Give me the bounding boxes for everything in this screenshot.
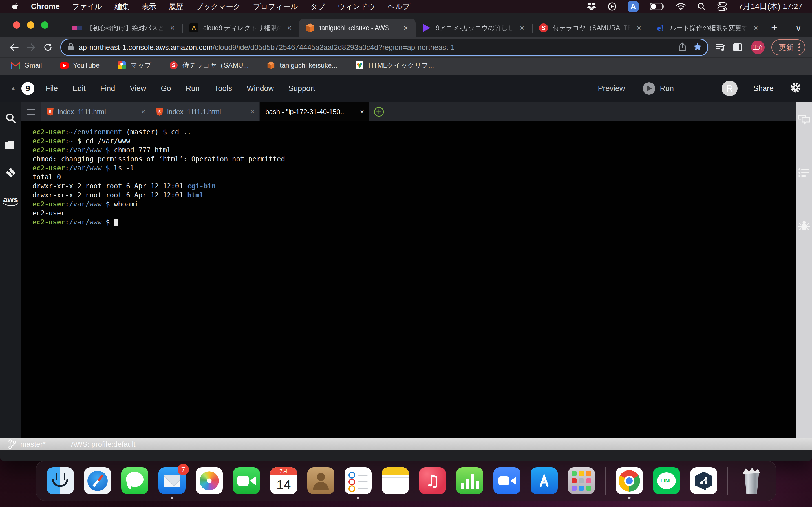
new-pane-plus-icon[interactable] bbox=[369, 102, 389, 121]
menubar-item-file[interactable]: ファイル bbox=[72, 2, 102, 11]
collapse-menubar-icon[interactable]: ▲ bbox=[10, 85, 16, 92]
editor-tab-index1111-1[interactable]: 5 index_1111.1.html × bbox=[150, 102, 260, 121]
bookmark-gmail[interactable]: Gmail bbox=[11, 61, 42, 69]
tab-close-icon[interactable]: × bbox=[360, 108, 364, 116]
chrome-dock-icon[interactable] bbox=[616, 467, 643, 494]
spotlight-search-icon[interactable] bbox=[697, 2, 706, 11]
contacts-dock-icon[interactable] bbox=[307, 467, 335, 494]
wifi-icon[interactable] bbox=[676, 3, 686, 10]
battery-icon[interactable] bbox=[650, 3, 665, 10]
safari-dock-icon[interactable] bbox=[84, 467, 111, 494]
share-hexagon-app-dock-icon[interactable] bbox=[690, 467, 717, 494]
tab-list-menu-icon[interactable] bbox=[21, 102, 41, 121]
messages-dock-icon[interactable] bbox=[121, 467, 148, 494]
play-circle-status-icon[interactable] bbox=[608, 2, 617, 11]
menubar-clock[interactable]: 7月14日(木) 17:27 bbox=[739, 1, 802, 12]
c9-menu-edit[interactable]: Edit bbox=[72, 84, 86, 93]
dropbox-icon[interactable] bbox=[587, 2, 596, 11]
control-center-icon[interactable] bbox=[717, 2, 727, 11]
tab-close-icon[interactable]: × bbox=[285, 23, 294, 33]
tab-search-chevron-icon[interactable]: ∨ bbox=[791, 18, 806, 37]
menubar-item-window[interactable]: ウィンドウ bbox=[338, 2, 375, 11]
chrome-profile-avatar[interactable]: 圭介 bbox=[751, 41, 765, 54]
bookmark-star-icon[interactable] bbox=[693, 43, 702, 52]
share-button[interactable]: Share bbox=[753, 84, 774, 93]
finder-dock-icon[interactable] bbox=[47, 467, 74, 494]
editor-tab-index1111[interactable]: 5 index_1111.html × bbox=[41, 102, 150, 121]
share-icon[interactable] bbox=[679, 42, 686, 52]
back-button[interactable] bbox=[7, 40, 21, 55]
music-dock-icon[interactable]: ♫ bbox=[419, 467, 446, 494]
menubar-item-profiles[interactable]: プロフィール bbox=[253, 2, 298, 11]
address-bar[interactable]: ap-northeast-1.console.aws.amazon.com/cl… bbox=[60, 39, 708, 56]
bookmark-samurai[interactable]: S 侍テラコヤ（SAMU... bbox=[169, 61, 249, 70]
search-panel-icon[interactable] bbox=[5, 112, 16, 124]
photos-dock-icon[interactable] bbox=[196, 467, 223, 494]
chrome-update-button[interactable]: 更新 bbox=[771, 40, 805, 55]
menubar-item-tabs[interactable]: タブ bbox=[310, 2, 325, 11]
git-panel-icon[interactable] bbox=[4, 166, 17, 179]
cloud9-logo[interactable]: 9 bbox=[21, 82, 35, 95]
menubar-item-edit[interactable]: 編集 bbox=[114, 2, 129, 11]
menubar-item-bookmarks[interactable]: ブックマーク bbox=[196, 2, 241, 11]
settings-gear-icon[interactable] bbox=[790, 81, 802, 96]
apple-menu-icon[interactable] bbox=[11, 2, 18, 11]
file-tree-icon[interactable] bbox=[5, 140, 17, 150]
forward-button[interactable] bbox=[24, 40, 38, 55]
bookmark-cloud9[interactable]: taniguchi keisuke... bbox=[267, 61, 337, 69]
c9-menu-go[interactable]: Go bbox=[161, 84, 171, 93]
browser-tab-2[interactable]: Λ cloud9 ディレクトリ権限の × bbox=[183, 18, 299, 37]
line-dock-icon[interactable]: LINE bbox=[653, 467, 680, 494]
numbers-dock-icon[interactable] bbox=[456, 467, 483, 494]
tab-close-icon[interactable]: × bbox=[634, 23, 644, 33]
terminal-output[interactable]: ec2-user:~/environment (master) $ cd ..e… bbox=[21, 121, 796, 438]
browser-tab-4[interactable]: 9アニメ-カッコウの許しし × bbox=[416, 18, 532, 37]
bookmark-htmlref[interactable]: HTMLクイックリフ... bbox=[355, 61, 434, 70]
appstore-dock-icon[interactable] bbox=[530, 467, 558, 494]
active-app-name[interactable]: Chrome bbox=[31, 2, 60, 11]
chat-collaborate-icon[interactable] bbox=[798, 115, 810, 126]
reminders-dock-icon[interactable] bbox=[345, 467, 371, 494]
debugger-bug-icon[interactable] bbox=[799, 220, 810, 231]
tab-close-icon[interactable]: × bbox=[751, 23, 761, 33]
fullscreen-window-button[interactable] bbox=[41, 21, 49, 29]
side-panel-icon[interactable] bbox=[730, 40, 745, 55]
browser-tab-3-active[interactable]: taniguchi keisuke - AWS × bbox=[299, 18, 416, 37]
media-playlist-icon[interactable] bbox=[713, 40, 728, 55]
c9-menu-run[interactable]: Run bbox=[186, 84, 200, 93]
tab-close-icon[interactable]: × bbox=[517, 23, 527, 33]
url-text[interactable]: ap-northeast-1.console.aws.amazon.com/cl… bbox=[79, 43, 676, 52]
notes-dock-icon[interactable] bbox=[382, 467, 409, 494]
menubar-item-history[interactable]: 履歴 bbox=[168, 2, 183, 11]
menubar-item-view[interactable]: 表示 bbox=[142, 2, 156, 11]
tab-close-icon[interactable]: × bbox=[141, 108, 145, 116]
bookmark-maps[interactable]: マップ bbox=[117, 61, 151, 70]
browser-tab-5[interactable]: S 侍テラコヤ（SAMURAI TE × bbox=[532, 18, 649, 37]
c9-menu-file[interactable]: File bbox=[46, 84, 58, 93]
c9-menu-window[interactable]: Window bbox=[247, 84, 274, 93]
browser-tab-1[interactable]: 【初心者向け】絶対パスと相 × bbox=[66, 18, 183, 37]
chrome-menu-kebab-icon[interactable] bbox=[799, 43, 800, 51]
zoom-dock-icon[interactable] bbox=[493, 467, 520, 494]
launchpad-dock-icon[interactable] bbox=[568, 467, 595, 494]
run-button[interactable]: Run bbox=[643, 82, 674, 95]
mail-dock-icon[interactable]: 7 bbox=[158, 467, 186, 494]
minimize-window-button[interactable] bbox=[27, 21, 35, 29]
c9-menu-tools[interactable]: Tools bbox=[214, 84, 232, 93]
outline-list-icon[interactable] bbox=[799, 168, 810, 178]
trash-dock-icon[interactable] bbox=[738, 467, 765, 494]
git-branch-status[interactable]: master* bbox=[8, 439, 46, 449]
c9-menu-find[interactable]: Find bbox=[100, 84, 115, 93]
lock-icon[interactable] bbox=[67, 43, 74, 52]
authy-menubar-icon[interactable]: A bbox=[628, 1, 639, 12]
tab-close-icon[interactable]: × bbox=[251, 108, 255, 116]
aws-panel-icon[interactable]: aws bbox=[3, 195, 18, 207]
menubar-item-help[interactable]: ヘルプ bbox=[388, 2, 410, 11]
new-tab-button[interactable]: + bbox=[766, 20, 782, 36]
c9-menu-support[interactable]: Support bbox=[289, 84, 315, 93]
tab-close-icon[interactable]: × bbox=[401, 23, 410, 33]
bookmark-youtube[interactable]: YouTube bbox=[60, 61, 100, 69]
reload-button[interactable] bbox=[41, 40, 55, 55]
facetime-dock-icon[interactable] bbox=[233, 467, 260, 494]
preview-button[interactable]: Preview bbox=[598, 84, 625, 93]
